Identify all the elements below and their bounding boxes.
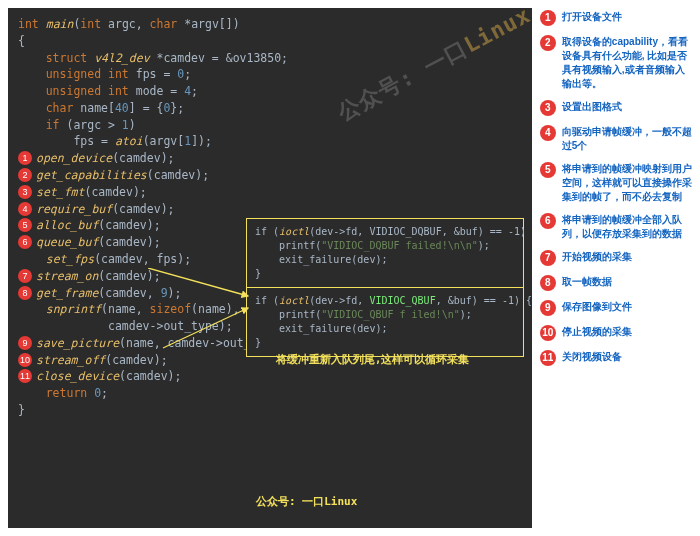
overlay-caption: 将缓冲重新入队列尾,这样可以循环采集 — [276, 352, 469, 367]
code-badge-6: 6 — [18, 235, 32, 249]
code-panel: 公众号: 一口Linux int main(int argc, char *ar… — [8, 8, 532, 528]
code-badge-11: 11 — [18, 369, 32, 383]
annotation-row: 7开始视频的采集 — [540, 250, 692, 266]
code-badge-4: 4 — [18, 202, 32, 216]
code-badge-9: 9 — [18, 336, 32, 350]
code-badge-3: 3 — [18, 185, 32, 199]
annotation-row: 6将申请到的帧缓冲全部入队列，以便存放采集到的数据 — [540, 213, 692, 241]
code-badge-7: 7 — [18, 269, 32, 283]
annotation-row: 1打开设备文件 — [540, 10, 692, 26]
code-badge-8: 8 — [18, 286, 32, 300]
annotation-row: 5将申请到的帧缓冲映射到用户空间，这样就可以直接操作采集到的帧了，而不必去复制 — [540, 162, 692, 204]
code-badge-5: 5 — [18, 218, 32, 232]
annotation-row: 10停止视频的采集 — [540, 325, 692, 341]
code-badge-2: 2 — [18, 168, 32, 182]
annotation-row: 8取一帧数据 — [540, 275, 692, 291]
annotation-column: 1打开设备文件 2取得设备的capability，看看设备具有什么功能, 比如是… — [540, 8, 692, 528]
annotation-row: 11关闭视频设备 — [540, 350, 692, 366]
code-badge-10: 10 — [18, 353, 32, 367]
annotation-row: 4向驱动申请帧缓冲，一般不超过5个 — [540, 125, 692, 153]
annotation-row: 9保存图像到文件 — [540, 300, 692, 316]
overlay-qbuf: if (ioctl(dev->fd, VIDIOC_QBUF, &buf) ==… — [246, 287, 524, 357]
annotation-row: 2取得设备的capability，看看设备具有什么功能, 比如是否具有视频输入,… — [540, 35, 692, 91]
footer-note: 公众号: 一口Linux — [256, 494, 357, 510]
code-badge-1: 1 — [18, 151, 32, 165]
annotation-row: 3设置出图格式 — [540, 100, 692, 116]
overlay-dqbuf: if (ioctl(dev->fd, VIDIOC_DQBUF, &buf) =… — [246, 218, 524, 288]
